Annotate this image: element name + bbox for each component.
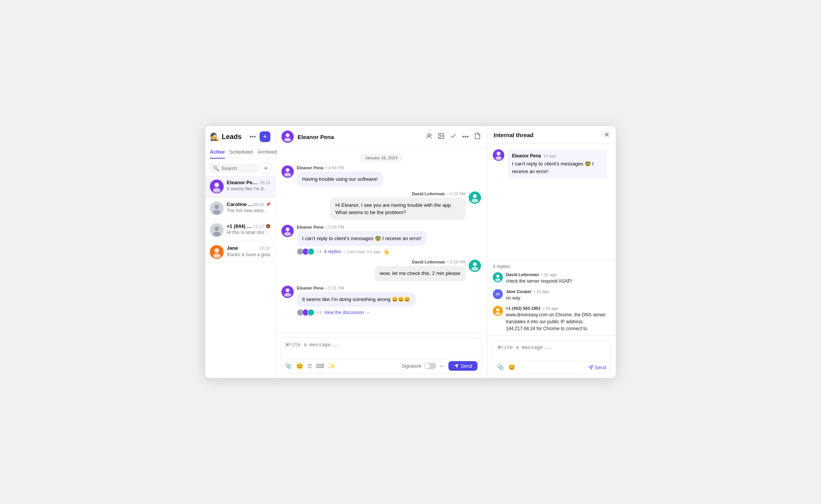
contact-info-jane: Jane 10:52 thanks & have a great day! 🧡 … [227,245,270,258]
avatar-caroline [210,201,224,215]
thread-icon[interactable] [474,133,481,141]
msg-meta-3: Eleanor Pena • 5:26 PM [297,225,427,229]
check-icon[interactable] [450,133,457,141]
date-divider: January 16, 2024 [281,154,481,161]
svg-point-42 [496,308,499,311]
msg-bubble-1: Having trouble using our software! [297,172,383,187]
msg-bubble-3: I can't reply to client's messages 🥸 I r… [297,231,427,246]
chat-header: Eleanor Pena ••• [275,126,487,148]
thread-featured-msg: Eleanor Pena 1h ago I can't reply to cli… [493,149,610,179]
message-input[interactable] [281,338,481,357]
close-thread-button[interactable]: ✕ [604,131,610,139]
reply-content-3: +1 (402) 583-1901 • 1h ago www.drivereas… [506,306,610,332]
tab-scheduled[interactable]: Scheduled [229,146,253,159]
reply-text-2: no way [506,295,610,301]
svg-point-5 [213,210,221,214]
replies-link[interactable]: 4 replies [324,249,341,254]
thread-send-button[interactable]: Send [588,365,606,370]
svg-point-34 [284,293,291,297]
undo-icon[interactable]: ↩ [440,363,445,369]
message-row-3: Eleanor Pena • 5:26 PM I can't reply to … [281,225,481,255]
svg-point-33 [286,288,289,292]
chat-input-box: 📎 😊 ☰ ⌨ ✨ Signature ↩ Send [281,337,482,373]
thread-featured-time: 1h ago [543,154,556,158]
svg-point-4 [214,205,219,209]
msg-content-5: Eleanor Pena • 5:31 PM It seems like I'm… [297,286,415,316]
msg-meta-2: David Letterman • 5:23 PM [330,191,466,196]
msg-content-3: Eleanor Pena • 5:26 PM I can't reply to … [297,225,427,255]
thread-panel: Internal thread ✕ Eleanor Pena 1h ago I … [487,126,616,378]
filter-button[interactable]: ≡ [260,163,271,173]
reaction-count-5: +3 [317,310,322,315]
svg-point-13 [286,133,289,137]
contact-time-phone: 11:17 [253,224,264,229]
svg-point-22 [284,173,291,177]
contact-item-caroline[interactable]: Caroline Stewart, +1 (54... 09:05 📌 The … [205,198,275,219]
contact-info-phone: +1 (844) 670-2672 11:17 🔕 Hi this is ret… [227,223,270,235]
contact-item-phone[interactable]: +1 (844) 670-2672 11:17 🔕 Hi this is ret… [205,219,275,241]
thread-reply-3: +1 (402) 583-1901 • 1h ago www.drivereas… [493,306,610,332]
sidebar-tabs: Active Scheduled Archived [205,146,275,159]
reply-meta-2: Jane Cooper • 1h ago [506,289,610,294]
contact-item-eleanor[interactable]: Eleanor Peana 05:31 It seems like I'm do… [205,176,275,198]
add-button[interactable]: + [260,131,270,142]
view-discussion-link[interactable]: View the discussion → [324,310,370,315]
contact-list: Eleanor Peana 05:31 It seems like I'm do… [205,176,275,378]
magic-icon[interactable]: ✨ [328,363,335,370]
svg-point-21 [286,168,289,172]
assign-icon[interactable] [425,133,432,141]
message-row-2: David Letterman • 5:23 PM Hi Eleanor, I … [281,191,481,220]
image-icon[interactable] [438,133,445,141]
reply-avatar-jane: JC [493,289,503,299]
thread-title: Internal thread [494,132,533,138]
sidebar-title-group: 🕵️ Leads [210,132,242,141]
leads-emoji: 🕵️ [210,132,219,141]
chat-input-toolbar: 📎 😊 ☰ ⌨ ✨ Signature ↩ Send [281,358,481,373]
svg-point-37 [496,156,502,160]
thread-attach-icon[interactable]: 📎 [497,364,504,371]
contact-name-caroline: Caroline Stewart, +1 (54... [227,201,253,207]
thread-input-area: 📎 😊 Send [487,335,616,378]
reaction-avatar-3 [307,248,314,255]
chat-header-actions: ••• [425,133,481,141]
sidebar: 🕵️ Leads ••• + Active Scheduled Archived… [205,126,275,378]
tab-archived[interactable]: Archived [257,146,277,159]
more-icon[interactable]: ••• [462,133,469,140]
attach-icon[interactable]: 📎 [285,363,292,370]
checklist-icon[interactable]: ☰ [307,363,312,370]
chat-messages: January 16, 2024 Eleanor Pena • 4:58 PM … [275,148,487,332]
search-input[interactable] [221,165,254,171]
contact-item-jane[interactable]: Jane 10:52 thanks & have a great day! 🧡 … [205,241,275,263]
reply-text-1: check the server respond ASAP! [506,278,610,285]
contact-preview-caroline: The hot new release is here! 🚀 This prod… [227,208,270,213]
message-row-1: Eleanor Pena • 4:58 PM Having trouble us… [281,165,481,187]
msg-bubble-2: Hi Eleanor, I see you are having trouble… [330,198,466,220]
sidebar-header-actions: ••• + [248,131,270,142]
contact-name-jane: Jane [227,245,238,251]
msg-bubble-5: It seems like I'm doing something wrong … [297,292,415,307]
msg-meta-1: Eleanor Pena • 4:58 PM [297,165,383,170]
emoji-icon[interactable]: 😊 [296,363,303,370]
reply-content-1: David Letterman • 1h ago check the serve… [506,272,610,285]
send-button[interactable]: Send [448,361,478,371]
sidebar-search-row: 🔍 ≡ [205,159,275,176]
thread-input-box: 📎 😊 Send [493,340,610,373]
thread-emoji-icon[interactable]: 😊 [508,364,515,371]
svg-point-28 [284,232,291,236]
svg-point-30 [473,262,477,266]
mute-icon: 🔕 [266,224,270,228]
reply-avatar-phone [493,306,503,316]
svg-point-8 [213,232,221,236]
thread-message-input[interactable] [493,340,610,360]
code-icon[interactable]: ⌨ [316,363,324,370]
msg-meta-5: Eleanor Pena • 5:31 PM [297,286,415,290]
tab-active[interactable]: Active [210,146,225,159]
sidebar-title: Leads [222,133,242,141]
signature-switch[interactable] [424,363,436,369]
avatar-eleanor [210,180,224,193]
reply-text-3: www.drivereasy.com on Chrome, the DNS se… [506,311,610,332]
contact-preview-eleanor: It seems like I'm doing something wrong … [227,186,270,191]
svg-point-2 [213,188,221,193]
svg-point-10 [214,248,219,253]
more-options-button[interactable]: ••• [248,133,257,141]
